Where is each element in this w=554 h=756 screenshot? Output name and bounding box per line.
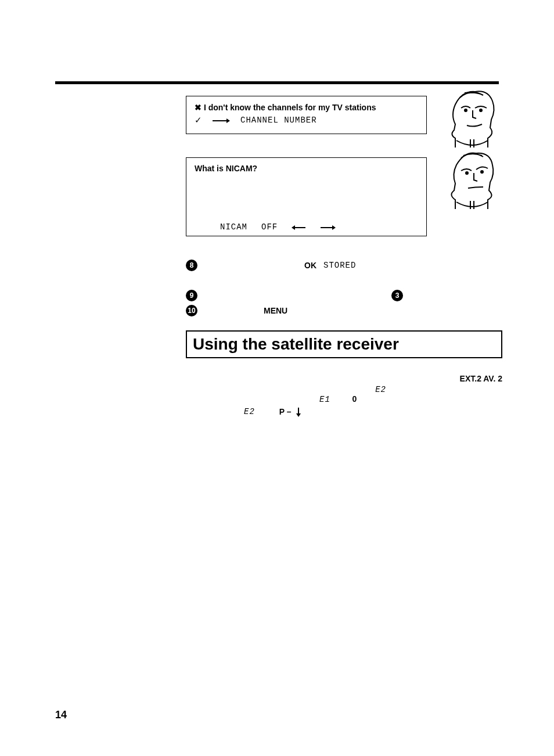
- svg-marker-3: [226, 118, 230, 123]
- nicam-line: NICAM OFF: [195, 222, 418, 232]
- ok-label: OK: [304, 261, 316, 270]
- e2b-display: E2: [244, 406, 255, 418]
- svg-marker-9: [332, 225, 336, 230]
- svg-marker-11: [296, 413, 301, 417]
- svg-marker-6: [292, 225, 295, 230]
- horizontal-rule: [55, 81, 499, 84]
- page-number: 14: [55, 709, 67, 721]
- zero-label: 0: [352, 394, 357, 404]
- check-icon: ✓: [195, 115, 202, 125]
- svg-point-4: [466, 172, 468, 174]
- menu-label: MENU: [264, 306, 287, 315]
- e1-display: E1: [319, 395, 330, 404]
- satellite-text: EXT.2 AV. 2 E2 E1 0 E2 P –: [186, 373, 502, 418]
- box1-line2: ✓ CHANNEL NUMBER: [195, 115, 418, 125]
- svg-point-0: [465, 109, 467, 111]
- step-8: 8 OK STORED: [186, 260, 502, 271]
- step-10: 10 MENU: [186, 305, 502, 316]
- step-9: 9 3: [186, 290, 502, 301]
- stored-label: STORED: [323, 261, 356, 270]
- arrow-right-icon: [321, 222, 336, 232]
- section-title-box: Using the satellite receiver: [186, 330, 502, 358]
- box1-title-row: ✖ I don't know the channels for my TV st…: [195, 102, 418, 113]
- bullet-10: 10: [186, 305, 197, 316]
- face-illustration-2: [438, 146, 508, 218]
- box2-title: What is NICAM?: [195, 164, 418, 173]
- svg-point-1: [480, 109, 482, 111]
- info-box-channels: ✖ I don't know the channels for my TV st…: [186, 96, 427, 134]
- arrow-left-icon: [292, 222, 307, 232]
- section-title: Using the satellite receiver: [193, 335, 495, 354]
- arrow-down-icon: [295, 406, 302, 418]
- bullet-8: 8: [186, 260, 197, 271]
- cross-icon: ✖: [195, 103, 204, 112]
- bullet-ref-3: 3: [391, 290, 403, 301]
- arrow-right-icon: [213, 115, 230, 125]
- bullet-9: 9: [186, 290, 197, 301]
- ext2-label: EXT.2 AV. 2: [460, 373, 502, 385]
- channel-number-label: CHANNEL NUMBER: [240, 116, 317, 125]
- info-box-nicam: What is NICAM? NICAM OFF: [186, 157, 427, 236]
- svg-point-5: [481, 171, 483, 173]
- off-text: OFF: [261, 222, 278, 232]
- p-minus-label: P –: [279, 406, 292, 418]
- nicam-text: NICAM: [220, 222, 247, 232]
- e2-display: E2: [375, 385, 386, 394]
- box1-title: I don't know the channels for my TV stat…: [204, 103, 376, 112]
